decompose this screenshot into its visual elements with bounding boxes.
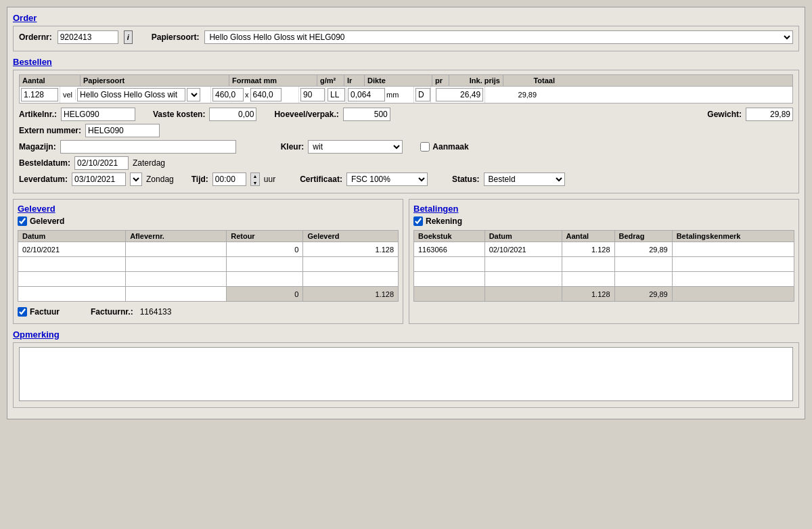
bet-bedrag-1: 29,89 [614,242,672,257]
bet-kenmerk-3 [672,272,794,287]
geleverd-checkbox[interactable] [18,216,27,226]
gewicht-label: Gewicht: [707,110,742,119]
papiersoort-cell [76,87,211,103]
ordernr-input[interactable] [58,30,118,44]
opmerking-box [13,342,799,408]
leverdatum-dropdown[interactable] [130,172,142,186]
geleverd-geleverd-2 [303,257,399,272]
geleverd-retour-2 [227,257,303,272]
bestellen-row: vel x mm [19,86,793,104]
formaat2-input[interactable] [250,88,281,101]
aantal-input[interactable] [21,88,58,101]
bet-total-empty1 [414,287,485,302]
papiersoort-header-label: Papiersoort: [152,32,200,42]
kleur-select[interactable]: wit [308,140,403,154]
factuurnr-value: 1164133 [140,307,172,317]
fields-row3: Magazijn: Kleur: wit Aanmaak [19,140,793,154]
vaste-kosten-input[interactable] [209,108,256,121]
leverdatum-input[interactable] [72,172,126,186]
bet-boekstuk-3 [414,272,485,287]
bestellen-title: Bestellen [13,57,799,67]
ordernr-label: Ordernr: [19,32,52,42]
col-pr: pr [432,75,449,86]
bestellen-box: Aantal Papiersoort Formaat mm g/m² lr Di… [13,70,799,193]
order-box: Ordernr: i Papiersoort: Hello Gloss Hell… [13,26,799,51]
bestellen-section: Bestellen Aantal Papiersoort Formaat mm … [13,57,799,193]
artikelnr-label: Artikelnr.: [19,110,57,119]
table-row: 1.128 29,89 [414,287,794,302]
pr-input[interactable] [415,88,430,101]
table-row [414,272,794,287]
gewicht-input[interactable] [746,108,793,121]
factuur-checkbox[interactable] [18,307,27,317]
magazijn-input[interactable] [60,140,236,154]
factuur-label: Factuur [30,307,60,317]
bottom-panels: Geleverd Geleverd Datum Aflevernr. Retou… [13,199,799,324]
col-aantal: Aantal [20,75,81,86]
extern-nummer-input[interactable] [85,124,160,137]
rekening-checkbox[interactable] [413,216,423,226]
bet-kenmerk-1 [672,242,794,257]
tijd-input[interactable] [212,172,246,186]
bet-col-boekstuk: Boekstuk [414,231,485,242]
geleverd-total-geleverd: 1.128 [303,287,399,302]
bet-datum-3 [484,272,562,287]
magazijn-label: Magazijn: [19,142,56,152]
bet-aantal-1: 1.128 [562,242,614,257]
info-button[interactable]: i [124,30,133,44]
certificaat-select[interactable]: FSC 100% [346,172,428,186]
table-row [18,272,399,287]
bet-col-datum: Datum [484,231,562,242]
factuur-row: Factuur Factuurnr.: 1164133 [18,307,399,317]
bet-aantal-3 [562,272,614,287]
dikte-cell: mm [346,87,414,103]
kleur-label: Kleur: [281,142,304,152]
betalingen-table: Boekstuk Datum Aantal Bedrag Betalingske… [413,230,794,302]
geleverd-col-datum: Datum [18,231,126,242]
artikelnr-input[interactable] [61,108,135,121]
opmerking-textarea[interactable] [19,347,793,401]
opmerking-section: Opmerking [13,329,799,408]
besteldatum-input[interactable] [74,156,129,170]
inkprijs-cell [431,87,485,103]
hoeveel-verpak-input[interactable] [343,108,390,121]
col-lr: lr [344,75,365,86]
leverdatum-label: Leverdatum: [19,175,68,184]
bet-bedrag-2 [614,257,672,272]
bet-total-empty2 [484,287,562,302]
aanmaak-checkbox[interactable] [420,142,430,152]
bet-datum-2 [484,257,562,272]
tijd-spinner[interactable]: ▲ ▼ [250,172,260,186]
geleverd-datum-3 [18,272,126,287]
mm-label: mm [386,91,399,99]
status-select[interactable]: Besteld [484,172,565,186]
inkprijs-input[interactable] [436,88,483,101]
table-row: 02/10/2021 0 1.128 [18,242,399,257]
opmerking-title: Opmerking [13,329,799,340]
formaat1-input[interactable] [212,88,244,101]
order-section: Order Ordernr: i Papiersoort: Hello Glos… [13,13,799,51]
papiersoort-input[interactable] [77,88,185,101]
rekening-label: Rekening [426,216,462,226]
geleverd-section: Geleverd Geleverd Datum Aflevernr. Retou… [13,199,403,324]
geleverd-geleverd-1: 1.128 [303,242,399,257]
dikte-input[interactable] [348,88,385,101]
bet-datum-1: 02/10/2021 [484,242,562,257]
spin-down-icon[interactable]: ▼ [251,180,259,186]
status-label: Status: [452,175,480,184]
besteldatum-day: Zaterdag [133,158,165,168]
col-gm2: g/m² [317,75,344,86]
bet-aantal-2 [562,257,614,272]
spin-up-icon[interactable]: ▲ [251,173,259,180]
order-header-row: Ordernr: i Papiersoort: Hello Gloss Hell… [19,30,793,44]
papiersoort-dropdown[interactable] [187,88,200,101]
bet-col-bedrag: Bedrag [614,231,672,242]
bet-col-aantal: Aantal [562,231,614,242]
leverdatum-day: Zondag [146,175,174,184]
geleverd-checkbox-label: Geleverd [18,216,399,226]
papiersoort-header-select[interactable]: Hello Gloss Hello Gloss wit HELG090 [204,30,793,44]
gm2-input[interactable] [300,88,325,101]
geleverd-datum-1: 02/10/2021 [18,242,126,257]
lr-input[interactable] [328,88,345,101]
aanmaak-label: Aanmaak [432,142,468,152]
